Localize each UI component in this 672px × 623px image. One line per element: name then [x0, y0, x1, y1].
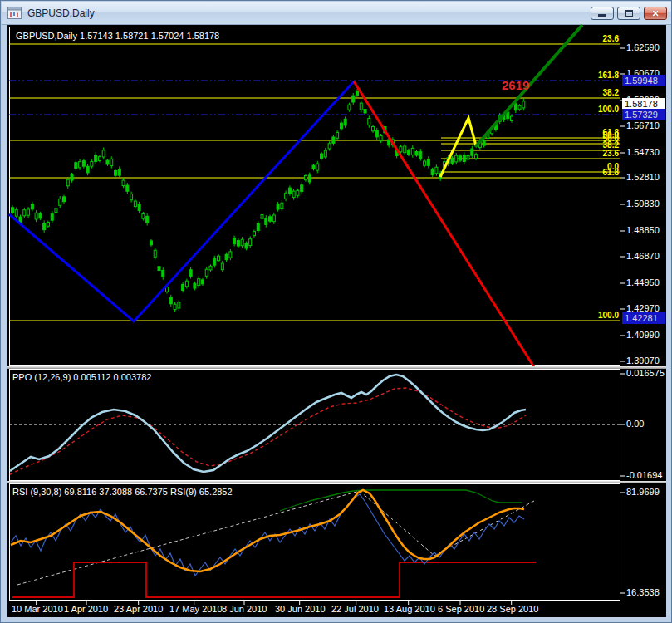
main-chart-plot[interactable]: [9, 27, 620, 366]
restore-button[interactable]: [617, 7, 640, 20]
restore-icon: [625, 10, 633, 17]
close-button[interactable]: ✕: [644, 7, 667, 20]
rsi-indicator-plot[interactable]: [9, 483, 620, 601]
chart-icon: [7, 7, 22, 19]
ppo-indicator-plot[interactable]: [9, 369, 620, 481]
close-icon: ✕: [651, 9, 659, 18]
panel-splitter-rsi[interactable]: [7, 481, 666, 483]
mt4-chart-window: GBPUSD,Daily ✕ GBPUSD,Daily 1.57143 1.58…: [0, 0, 672, 623]
window-controls: ✕: [591, 7, 667, 20]
titlebar[interactable]: GBPUSD,Daily ✕: [2, 2, 672, 25]
minimize-icon: [598, 14, 606, 17]
window-title: GBPUSD,Daily: [27, 7, 95, 19]
minimize-button[interactable]: [591, 7, 614, 20]
panel-splitter-ppo[interactable]: [7, 366, 666, 369]
